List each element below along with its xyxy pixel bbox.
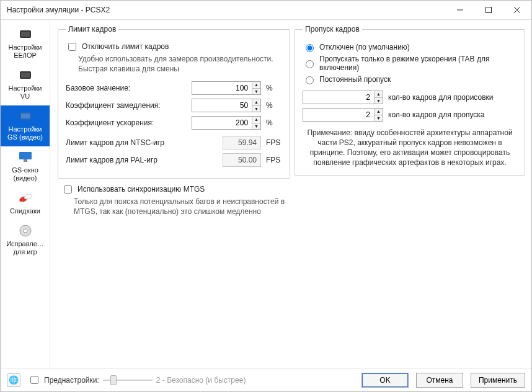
main-panel: Лимит кадров Отключить лимит кадров Удоб… xyxy=(50,20,531,368)
slow-speed-input[interactable]: ▲▼ xyxy=(192,99,261,112)
pal-limit-input xyxy=(223,153,261,167)
skip-turbo-label: Пропускать только в режиме ускорения (TA… xyxy=(319,55,517,72)
svg-rect-10 xyxy=(19,152,32,159)
disable-limit-checkbox[interactable] xyxy=(68,43,76,51)
base-speed-input[interactable]: ▲▼ xyxy=(192,81,261,95)
ntsc-limit-input xyxy=(223,136,261,149)
sidebar-item-vu[interactable]: Настройки VU xyxy=(1,65,50,105)
base-speed-label: Базовое значение: xyxy=(66,84,187,92)
sidebar-item-label: для игр xyxy=(13,248,37,256)
frame-skip-note: Примечание: ввиду особенностей архитекту… xyxy=(303,128,517,167)
percent-unit: % xyxy=(266,118,282,127)
sidebar-item-speedhacks[interactable]: Спидхаки xyxy=(1,187,50,220)
ntsc-limit-label: Лимит кадров для NTSC-игр xyxy=(66,138,218,147)
skip-constant-label: Постоянный пропуск xyxy=(319,75,391,84)
turbo-speed-input[interactable]: ▲▼ xyxy=(192,116,261,130)
sidebar-item-gs-window[interactable]: GS-окно (видео) xyxy=(1,146,50,187)
frames-skip-label: кол-во кадров для пропуска xyxy=(388,110,485,119)
sidebar-item-label: GS (видео) xyxy=(7,133,43,141)
skip-disabled-radio[interactable] xyxy=(306,44,314,52)
maximize-button[interactable] xyxy=(474,1,503,19)
svg-rect-9 xyxy=(21,114,30,118)
spin-buttons[interactable]: ▲▼ xyxy=(374,91,383,104)
spin-buttons[interactable]: ▲▼ xyxy=(252,117,260,129)
sidebar-item-label: Спидхаки xyxy=(10,207,40,215)
skip-disabled-label: Отключен (по умолчанию) xyxy=(319,43,410,51)
pills-icon xyxy=(17,191,34,205)
presets-checkbox[interactable] xyxy=(30,376,38,384)
maximize-icon xyxy=(485,7,492,13)
sidebar-item-label: (видео) xyxy=(14,174,37,182)
preset-description: 2 - Безопасно (и быстрее) xyxy=(156,376,246,385)
frame-limit-group: Лимит кадров Отключить лимит кадров Удоб… xyxy=(58,25,290,179)
statusbar: 🌐 Преднастройки: 2 - Безопасно (и быстре… xyxy=(1,368,531,391)
window-title: Настройки эмуляции - PCSX2 xyxy=(7,6,446,14)
fps-unit: FPS xyxy=(266,138,282,147)
turbo-speed-label: Коэффициент ускорения: xyxy=(66,118,187,127)
sidebar-item-label: EE/IOP xyxy=(14,51,37,60)
minimize-icon xyxy=(457,7,463,13)
skip-turbo-radio[interactable] xyxy=(306,60,314,68)
percent-unit: % xyxy=(266,84,282,92)
frames-draw-input[interactable]: ▲▼ xyxy=(303,91,383,104)
fps-unit: FPS xyxy=(266,156,282,164)
sidebar-item-label: Настройки xyxy=(9,125,42,133)
cancel-button[interactable]: Отмена xyxy=(416,373,463,388)
sidebar-item-ee-iop[interactable]: Настройки EE/IOP xyxy=(1,24,50,65)
frame-skip-group: Пропуск кадров Отключен (по умолчанию) П… xyxy=(295,25,525,176)
sidebar-item-label: Настройки xyxy=(9,43,42,51)
spin-buttons[interactable]: ▲▼ xyxy=(252,99,260,112)
close-button[interactable] xyxy=(503,1,531,19)
chip-icon xyxy=(17,27,34,41)
titlebar: Настройки эмуляции - PCSX2 xyxy=(1,1,531,19)
frames-skip-input[interactable]: ▲▼ xyxy=(303,108,383,122)
presets-label: Преднастройки: xyxy=(44,376,99,385)
close-icon xyxy=(514,7,520,13)
pal-limit-label: Лимит кадров для PAL-игр xyxy=(66,156,218,164)
sidebar-item-label: Настройки xyxy=(9,84,42,92)
sidebar-item-label: VU xyxy=(20,92,30,100)
disc-icon xyxy=(17,224,34,238)
sidebar-item-gamefixes[interactable]: Исправле… для игр xyxy=(1,220,50,261)
svg-point-13 xyxy=(24,194,32,200)
mtgs-sync-label: Использовать синхронизацию MTGS xyxy=(78,185,205,194)
sidebar-item-gs-video[interactable]: Настройки GS (видео) xyxy=(1,105,50,146)
frame-limit-legend: Лимит кадров xyxy=(66,25,118,33)
svg-point-15 xyxy=(24,229,27,233)
svg-rect-11 xyxy=(24,159,27,162)
svg-rect-1 xyxy=(486,7,492,13)
spin-buttons[interactable]: ▲▼ xyxy=(374,109,383,121)
chip-icon xyxy=(17,109,34,123)
chip-icon xyxy=(17,68,34,82)
ok-button[interactable]: OK xyxy=(361,373,409,388)
monitor-icon xyxy=(17,150,34,164)
disable-limit-label: Отключить лимит кадров xyxy=(82,42,169,51)
mtgs-sync-checkbox[interactable] xyxy=(64,185,72,194)
disable-limit-hint: Удобно использовать для замеров производ… xyxy=(78,54,282,74)
skip-constant-radio[interactable] xyxy=(306,76,314,84)
mtgs-sync-hint: Только для поиска потенциальных багов и … xyxy=(74,197,288,216)
sidebar-item-label: Исправле… xyxy=(6,240,44,248)
apply-button[interactable]: Применить xyxy=(471,373,525,388)
svg-rect-5 xyxy=(21,32,30,37)
app-window: Настройки эмуляции - PCSX2 Настройки EE/… xyxy=(0,0,532,392)
sidebar: Настройки EE/IOP Настройки VU Настройки … xyxy=(1,20,50,368)
language-button[interactable]: 🌐 xyxy=(7,373,20,387)
sidebar-item-label: GS-окно xyxy=(12,166,38,174)
spin-buttons[interactable]: ▲▼ xyxy=(252,82,260,94)
frame-skip-legend: Пропуск кадров xyxy=(303,25,362,33)
globe-icon: 🌐 xyxy=(9,375,19,385)
svg-rect-7 xyxy=(21,73,30,78)
percent-unit: % xyxy=(266,101,282,110)
slow-speed-label: Коэффициент замедления: xyxy=(66,101,187,110)
minimize-button[interactable] xyxy=(446,1,474,19)
frames-draw-label: кол-во кадров для прорисовки xyxy=(388,93,493,102)
presets-slider xyxy=(103,375,153,386)
